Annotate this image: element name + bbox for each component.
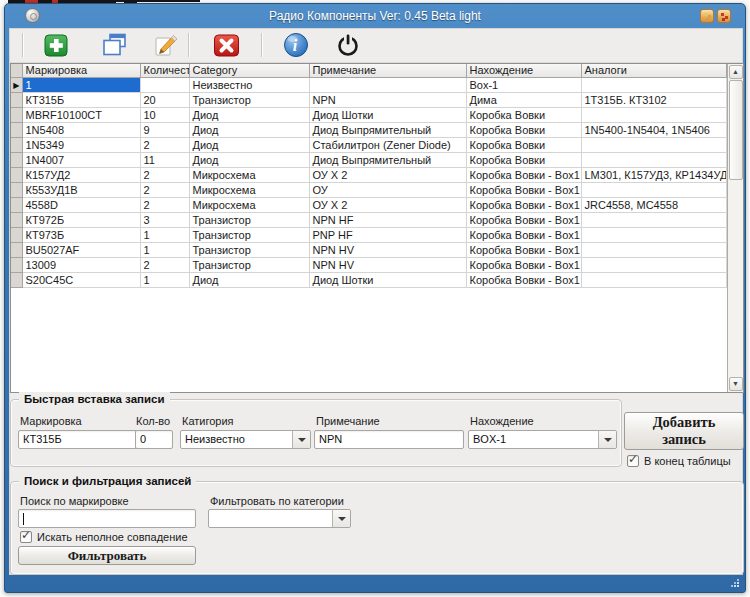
cell-quantity[interactable]: 2: [140, 258, 189, 273]
cell-category[interactable]: Транзистор: [189, 243, 309, 258]
cell-analogs[interactable]: JRC4558, MC4558: [581, 198, 726, 213]
minimize-button[interactable]: [700, 9, 714, 23]
cell-analogs[interactable]: LM301, К157УД3, КР1434УД1А: [581, 168, 726, 183]
cell-category[interactable]: Микросхема: [189, 198, 309, 213]
cell-location[interactable]: Дима: [466, 93, 581, 108]
search-input[interactable]: [18, 509, 196, 528]
cell-analogs[interactable]: [581, 138, 726, 153]
add-record-button[interactable]: [42, 31, 70, 59]
chevron-down-icon[interactable]: [292, 431, 310, 448]
cell-note[interactable]: NPN HV: [309, 258, 466, 273]
cell-note[interactable]: NPN HF: [309, 213, 466, 228]
cell-marking[interactable]: 1N5349: [22, 138, 140, 153]
column-header[interactable]: Примечание: [309, 64, 466, 78]
cell-marking[interactable]: 1: [22, 78, 140, 93]
cell-location[interactable]: Коробка Вовки: [466, 123, 581, 138]
cell-analogs[interactable]: [581, 228, 726, 243]
filter-category-select[interactable]: [208, 509, 351, 528]
cell-analogs[interactable]: [581, 213, 726, 228]
cell-note[interactable]: ОУ: [309, 183, 466, 198]
add-record-submit-button[interactable]: Добавить запись: [624, 412, 744, 450]
cell-location[interactable]: Коробка Вовки: [466, 138, 581, 153]
cell-category[interactable]: Диод: [189, 108, 309, 123]
cell-quantity[interactable]: 2: [140, 168, 189, 183]
cell-category[interactable]: Микросхема: [189, 183, 309, 198]
vertical-scrollbar[interactable]: ▲ ▼: [727, 64, 744, 392]
column-header[interactable]: Количество: [140, 64, 189, 78]
cell-category[interactable]: Транзистор: [189, 228, 309, 243]
column-header[interactable]: Аналоги: [581, 64, 726, 78]
cell-location[interactable]: Box-1: [466, 78, 581, 93]
cell-category[interactable]: Микросхема: [189, 168, 309, 183]
cell-location[interactable]: Коробка Вовки - Box1: [466, 258, 581, 273]
cell-quantity[interactable]: 1: [140, 228, 189, 243]
cell-note[interactable]: Диод Шотки: [309, 273, 466, 288]
cell-location[interactable]: Коробка Вовки - Box1: [466, 228, 581, 243]
cell-analogs[interactable]: 1Т315Б. КТ3102: [581, 93, 726, 108]
cell-marking[interactable]: BU5027AF: [22, 243, 140, 258]
close-button[interactable]: [717, 9, 731, 23]
edit-record-button[interactable]: [152, 31, 180, 59]
location-select[interactable]: BOX-1: [468, 430, 617, 449]
cell-location[interactable]: Коробка Вовки - Box1: [466, 168, 581, 183]
cell-note[interactable]: Диод Выпрямительный: [309, 153, 466, 168]
cell-marking[interactable]: 4558D: [22, 198, 140, 213]
cell-quantity[interactable]: 1: [140, 273, 189, 288]
cell-location[interactable]: Коробка Вовки: [466, 153, 581, 168]
cell-marking[interactable]: КТ973Б: [22, 228, 140, 243]
cell-note[interactable]: [309, 78, 466, 93]
cell-category[interactable]: Диод: [189, 138, 309, 153]
cell-note[interactable]: NPN HV: [309, 243, 466, 258]
cell-marking[interactable]: MBRF10100CT: [22, 108, 140, 123]
column-header[interactable]: Маркировка: [22, 64, 140, 78]
cell-category[interactable]: Транзистор: [189, 213, 309, 228]
resize-grip[interactable]: [730, 578, 740, 588]
cell-analogs[interactable]: [581, 273, 726, 288]
quantity-input[interactable]: 0: [135, 430, 173, 449]
cell-category[interactable]: Транзистор: [189, 93, 309, 108]
marking-input[interactable]: КТ315Б: [18, 430, 139, 449]
cell-quantity[interactable]: [140, 78, 189, 93]
filter-button[interactable]: Фильтровать: [18, 546, 196, 565]
cell-note[interactable]: Диод Шотки: [309, 108, 466, 123]
cell-note[interactable]: ОУ X 2: [309, 168, 466, 183]
scrollbar-thumb[interactable]: [729, 80, 743, 180]
cell-analogs[interactable]: [581, 108, 726, 123]
cell-quantity[interactable]: 2: [140, 138, 189, 153]
cell-marking[interactable]: КТ315Б: [22, 93, 140, 108]
column-header[interactable]: Нахождение: [466, 64, 581, 78]
cell-marking[interactable]: К157УД2: [22, 168, 140, 183]
cell-note[interactable]: ОУ X 2: [309, 198, 466, 213]
cell-quantity[interactable]: 9: [140, 123, 189, 138]
delete-record-button[interactable]: [212, 31, 240, 59]
cell-quantity[interactable]: 10: [140, 108, 189, 123]
cell-note[interactable]: NPN: [309, 93, 466, 108]
category-select[interactable]: Неизвестно: [180, 430, 311, 449]
cell-quantity[interactable]: 2: [140, 183, 189, 198]
cell-marking[interactable]: КТ972Б: [22, 213, 140, 228]
cell-category[interactable]: Диод: [189, 123, 309, 138]
checkbox-box[interactable]: ✓: [20, 531, 32, 543]
cell-location[interactable]: Коробка Вовки - Box1: [466, 183, 581, 198]
cell-note[interactable]: Стабилитрон (Zener Diode): [309, 138, 466, 153]
cell-marking[interactable]: К553УД1В: [22, 183, 140, 198]
cell-quantity[interactable]: 1: [140, 243, 189, 258]
cell-analogs[interactable]: [581, 153, 726, 168]
cell-quantity[interactable]: 20: [140, 93, 189, 108]
scroll-up-icon[interactable]: ▲: [729, 65, 743, 79]
cell-location[interactable]: Коробка Вовки: [466, 108, 581, 123]
chevron-down-icon[interactable]: [332, 510, 350, 527]
cell-location[interactable]: Коробка Вовки - Box1: [466, 273, 581, 288]
append-to-end-checkbox[interactable]: ✓ В конец таблицы: [627, 455, 731, 467]
cell-analogs[interactable]: [581, 258, 726, 273]
copy-record-button[interactable]: [100, 31, 128, 59]
checkbox-box[interactable]: ✓: [627, 455, 639, 467]
chevron-down-icon[interactable]: [598, 431, 616, 448]
cell-category[interactable]: Неизвестно: [189, 78, 309, 93]
cell-analogs[interactable]: [581, 243, 726, 258]
note-input[interactable]: NPN: [314, 430, 464, 449]
cell-marking[interactable]: 1N5408: [22, 123, 140, 138]
cell-location[interactable]: Коробка Вовки - Box1: [466, 198, 581, 213]
cell-marking[interactable]: 13009: [22, 258, 140, 273]
cell-quantity[interactable]: 11: [140, 153, 189, 168]
